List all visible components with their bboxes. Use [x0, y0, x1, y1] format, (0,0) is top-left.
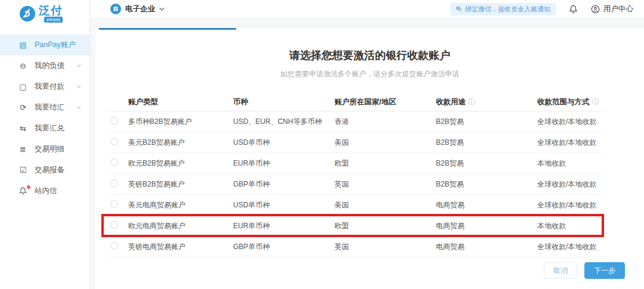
sidebar-item-4[interactable]: ⟳我要结汇: [0, 97, 89, 118]
brand-logo[interactable]: 泛付 panpay: [0, 0, 89, 27]
cell-country: 香港: [335, 117, 436, 127]
topbar: 电子企业 绑定微信，接收资金入账通知: [90, 0, 644, 18]
sidebar-item-label: 交易报备: [35, 165, 64, 175]
table-row-4[interactable]: 英镑B2B贸易账户GBP单币种英国B2B贸易全球收款/本地收款: [110, 174, 602, 195]
cell-purpose: B2B贸易: [436, 159, 537, 169]
info-icon[interactable]: ⓘ: [468, 98, 475, 106]
progress-indicator: [99, 28, 236, 30]
row-radio-button[interactable]: [110, 117, 118, 125]
row-radio-button[interactable]: [110, 179, 118, 187]
sidebar-item-8[interactable]: 站内信: [0, 181, 89, 201]
row-radio-button[interactable]: [110, 221, 118, 229]
table-row-2[interactable]: 美元B2B贸易账户USD单币种美国B2B贸易全球收款/本地收款: [110, 132, 602, 153]
cancel-button[interactable]: 取消: [544, 262, 577, 279]
sidebar-item-3[interactable]: ▢我要付款: [0, 76, 89, 97]
chevron-down-icon: [159, 7, 165, 11]
sidebar-item-label: 我的负债: [35, 61, 64, 71]
cell-currency: GBP单币种: [233, 179, 335, 189]
cell-type: 多币种B2B贸易账户: [128, 117, 233, 127]
table-row-1[interactable]: 多币种B2B贸易账户USD、EUR、CNH等多币种香港B2B贸易全球收款/本地收…: [110, 111, 602, 132]
cell-currency: EUR单币种: [233, 159, 335, 169]
sidebar-item-2[interactable]: ⊖我的负债: [0, 55, 89, 76]
row-radio-button[interactable]: [110, 138, 118, 145]
wallet-icon: ▢: [18, 82, 28, 91]
row-radio-button[interactable]: [110, 159, 118, 166]
sidebar-menu: ▤PanPay账户⊖我的负债▢我要付款⟳我要结汇⇆我要汇兑≣交易明细☑交易报备站…: [0, 27, 89, 201]
wechat-bind-banner[interactable]: 绑定微信，接收资金入账通知: [450, 3, 556, 15]
sidebar-item-label: 站内信: [35, 186, 57, 196]
exchange-icon: ⇆: [18, 124, 28, 133]
cell-country: 美国: [335, 200, 436, 210]
cell-scope: 全球收款/本地收款: [537, 179, 602, 189]
sidebar-item-label: PanPay账户: [35, 40, 76, 50]
cell-type: 欧元电商贸易账户: [128, 221, 233, 231]
sidebar-item-6[interactable]: ≣交易明细: [0, 139, 89, 160]
cell-purpose: 电商贸易: [436, 200, 537, 210]
list-icon: ≣: [18, 145, 28, 154]
cell-scope: 全球收款/本地收款: [537, 242, 602, 252]
page-subtitle: 如您需要申请激活多个账户，请分多次提交账户激活申请: [95, 69, 644, 79]
company-name: 电子企业: [125, 4, 155, 14]
brand-subname: panpay: [44, 17, 63, 23]
content-card: 请选择您想要激活的银行收款账户 如您需要申请激活多个账户，请分多次提交账户激活申…: [95, 28, 644, 289]
sidebar-item-1[interactable]: ▤PanPay账户: [0, 35, 89, 55]
cell-scope: 本地收款: [537, 159, 602, 169]
sidebar-item-5[interactable]: ⇆我要汇兑: [0, 118, 89, 139]
column-header: 收款范围与方式ⓘ: [537, 97, 602, 107]
sidebar-item-label: 我要结汇: [35, 102, 64, 113]
cell-type: 美元电商贸易账户: [128, 200, 233, 210]
unread-dot: [27, 185, 30, 189]
company-avatar-icon: [110, 4, 121, 14]
table-header: 账户类型币种账户所在国家/地区收款用途ⓘ收款范围与方式ⓘ: [110, 94, 602, 111]
column-header: 币种: [233, 97, 335, 107]
column-header: 账户类型: [128, 97, 233, 107]
brand-name: 泛付: [39, 5, 63, 16]
row-radio-button[interactable]: [110, 200, 118, 208]
cell-currency: GBP单币种: [233, 242, 335, 252]
cell-currency: USD、EUR、CNH等多币种: [233, 117, 335, 127]
cell-country: 欧盟: [335, 221, 436, 231]
user-center-link[interactable]: 用户中心: [591, 4, 633, 14]
refresh-icon: ⟳: [18, 103, 28, 112]
cell-type: 英镑电商贸易账户: [128, 242, 233, 252]
user-center-label: 用户中心: [603, 4, 633, 14]
row-radio-button[interactable]: [110, 242, 118, 250]
account-table: 账户类型币种账户所在国家/地区收款用途ⓘ收款范围与方式ⓘ 多币种B2B贸易账户U…: [110, 94, 602, 257]
progress-track: [95, 28, 644, 30]
cell-scope: 全球收款/本地收款: [537, 117, 602, 127]
chevron-down-icon: [76, 106, 81, 109]
user-icon: [591, 5, 600, 14]
minus-circle-icon: ⊖: [18, 61, 28, 70]
bell-icon: [18, 187, 28, 195]
cell-country: 欧盟: [335, 159, 436, 169]
sidebar-item-label: 我要汇兑: [35, 123, 64, 133]
cell-country: 英国: [335, 242, 436, 252]
next-step-button[interactable]: 下一步: [584, 262, 625, 279]
sidebar-item-7[interactable]: ☑交易报备: [0, 160, 89, 181]
company-switcher[interactable]: 电子企业: [110, 4, 165, 14]
footer-actions: 取消 下一步: [544, 262, 625, 279]
panpay-logo-icon: [20, 6, 35, 21]
wechat-icon: [456, 6, 462, 12]
notification-bell-icon[interactable]: [569, 5, 578, 14]
chevron-down-icon: [76, 85, 81, 88]
table-row-5[interactable]: 美元电商贸易账户USD单币种美国电商贸易全球收款/本地收款: [110, 195, 602, 216]
wechat-banner-text: 绑定微信，接收资金入账通知: [465, 5, 550, 14]
info-icon[interactable]: ⓘ: [592, 98, 599, 106]
calendar-check-icon: ☑: [18, 166, 28, 175]
cell-purpose: 电商贸易: [436, 242, 537, 252]
table-row-7[interactable]: 英镑电商贸易账户GBP单币种英国电商贸易全球收款/本地收款: [110, 237, 602, 257]
column-header: 账户所在国家/地区: [335, 97, 436, 107]
cell-scope: 全球收款/本地收款: [537, 138, 602, 148]
cell-scope: 本地收款: [537, 221, 602, 231]
table-row-3[interactable]: 欧元B2B贸易账户EUR单币种欧盟B2B贸易本地收款: [110, 153, 602, 174]
card-icon: ▤: [18, 41, 28, 49]
cell-type: 欧元B2B贸易账户: [128, 159, 233, 169]
page-title: 请选择您想要激活的银行收款账户: [95, 48, 644, 63]
cell-type: 美元B2B贸易账户: [128, 138, 233, 148]
sidebar-item-label: 我要付款: [35, 82, 64, 92]
cell-currency: USD单币种: [233, 200, 335, 210]
table-row-6[interactable]: 欧元电商贸易账户EUR单币种欧盟电商贸易本地收款: [110, 216, 602, 237]
cell-purpose: B2B贸易: [436, 138, 537, 148]
chevron-down-icon: [76, 64, 81, 67]
